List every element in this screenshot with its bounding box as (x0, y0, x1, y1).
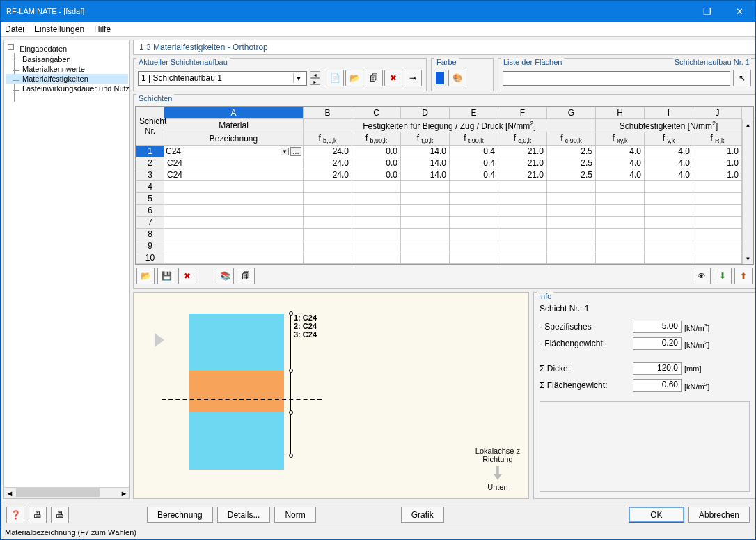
axis-label-1: Lokalachse z (475, 447, 520, 455)
spin-prev[interactable]: ◄ (310, 71, 320, 78)
ok-button[interactable]: OK (629, 507, 684, 523)
tick-23 (289, 410, 293, 415)
group-current-layering: Aktueller Schichtenaufbau (136, 58, 230, 66)
delete-icon[interactable]: ✖ (384, 70, 402, 86)
calc-button[interactable]: Berechnung (147, 507, 213, 523)
tick-12 (289, 369, 293, 373)
group-color: Farbe (434, 58, 459, 66)
view-icon[interactable]: 👁 (693, 268, 711, 284)
info-empty-panel (540, 401, 750, 492)
open-icon[interactable]: 📂 (345, 70, 363, 86)
group-layers: Schichten (136, 94, 174, 102)
tree-item-2[interactable]: Materialfestigkeiten (6, 74, 128, 84)
color-swatch[interactable] (436, 72, 444, 84)
grid[interactable]: Schicht Nr.ABCDEFGHIJMaterialFestigkeite… (135, 106, 754, 265)
down-arrow-icon (494, 466, 502, 480)
excel-export-icon[interactable]: ⬇ (714, 268, 732, 284)
section-title: 1.3 Materialfestigkeiten - Orthotrop (133, 40, 756, 55)
restore-button[interactable]: ❐ (691, 1, 723, 22)
group-faces: Liste der Flächen (501, 58, 564, 66)
copy-icon[interactable]: 🗐 (365, 70, 383, 86)
axis-label-2: Richtung (475, 455, 520, 463)
viz-layer-1 (189, 314, 284, 371)
viz-layer-2 (189, 371, 284, 412)
statusbar: Materialbezeichnung (F7 zum Wählen) (1, 527, 755, 539)
faces-input[interactable] (503, 71, 730, 86)
info-row: - Spezifisches5.00[kN/m3] (540, 321, 750, 333)
bracket (285, 314, 291, 456)
duplicate-icon[interactable]: 🗐 (237, 268, 255, 284)
spin-next[interactable]: ► (310, 78, 320, 85)
info-row: Σ Dicke:120.0[mm] (540, 362, 750, 375)
menubar: Datei Einstellungen Hilfe (1, 22, 755, 37)
close-button[interactable]: ✕ (723, 1, 755, 22)
tree-root[interactable]: Eingabedaten (6, 43, 128, 54)
menu-settings[interactable]: Einstellungen (34, 24, 84, 34)
grid-scrollbar[interactable]: ▲▼ (742, 119, 753, 264)
centerline (162, 399, 322, 400)
print-icon[interactable]: 🖶 (29, 507, 47, 523)
graphic-button[interactable]: Grafik (401, 507, 444, 523)
details-button[interactable]: Details... (217, 507, 271, 523)
excel-import-icon[interactable]: ⬆ (734, 268, 753, 284)
tree-item-1[interactable]: Materialkennwerte (6, 64, 128, 74)
window-title: RF-LAMINATE - [fsdaf] (6, 7, 84, 15)
info-value: 0.60 (633, 379, 682, 392)
viz-layer-3 (189, 412, 284, 470)
layering-combo[interactable]: 1 | Schichtenaufbau 1▾ (138, 71, 307, 86)
info-value: 120.0 (633, 362, 682, 375)
layering-number: Schichtenaufbau Nr. 1 (673, 58, 751, 66)
layer-visualization: 1: C24 2: C24 3: C24 Lokalachse z Richtu… (133, 292, 529, 499)
menu-help[interactable]: Hilfe (94, 24, 111, 34)
material-dropdown-icon[interactable]: ▼ (281, 148, 289, 155)
info-value: 5.00 (633, 321, 682, 333)
menu-file[interactable]: Datei (5, 24, 24, 34)
tree-item-0[interactable]: Basisangaben (6, 54, 128, 64)
material-browse-icon[interactable]: … (290, 147, 301, 156)
play-indicator-icon (155, 333, 164, 347)
tree-scrollbar[interactable]: ◄► (4, 487, 129, 498)
help-icon[interactable]: ❓ (6, 507, 24, 523)
info-title: Info (537, 292, 553, 300)
tick-top (289, 311, 293, 316)
info-row: Σ Flächengewicht:0.60[kN/m2] (540, 379, 750, 392)
norm-button[interactable]: Norm (274, 507, 315, 523)
tree-item-3[interactable]: Lasteinwirkungsdauer und Nutzungsklasse (6, 84, 128, 93)
nav-tree: – Eingabedaten BasisangabenMaterialkennw… (3, 40, 130, 499)
info-schicht: Schicht Nr.: 1 (540, 304, 750, 314)
footer: ❓ 🖶 🖶 Berechnung Details... Norm Grafik … (1, 502, 755, 527)
save-row-icon[interactable]: 💾 (157, 268, 175, 284)
color-palette-icon[interactable]: 🎨 (448, 70, 466, 86)
new-layering-icon[interactable]: 📄 (326, 70, 344, 86)
info-row: - Flächengewicht:0.20[kN/m2] (540, 337, 750, 350)
delete-row-icon[interactable]: ✖ (178, 268, 196, 284)
axis-bottom: Unten (475, 483, 520, 491)
tree-collapse-icon[interactable]: – (8, 44, 14, 50)
cancel-button[interactable]: Abbrechen (688, 507, 750, 523)
export-icon[interactable]: ⇥ (404, 70, 422, 86)
titlebar: RF-LAMINATE - [fsdaf] ❐ ✕ (1, 1, 755, 22)
library-icon[interactable]: 📚 (216, 268, 234, 284)
print-preview-icon[interactable]: 🖶 (51, 507, 69, 523)
pick-face-icon[interactable]: ↖ (733, 70, 751, 86)
info-value: 0.20 (633, 337, 682, 350)
tick-bottom (289, 454, 293, 458)
viz-labels: 1: C24 2: C24 3: C24 (294, 314, 317, 339)
info-panel: Info Schicht Nr.: 1 - Spezifisches5.00[k… (533, 292, 756, 499)
chevron-down-icon[interactable]: ▾ (293, 73, 304, 83)
open-row-icon[interactable]: 📂 (136, 268, 155, 284)
